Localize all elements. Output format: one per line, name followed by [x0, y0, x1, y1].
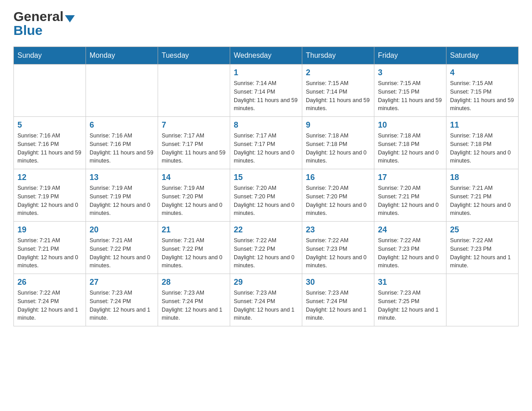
- day-number: 23: [306, 225, 370, 235]
- day-number: 17: [378, 173, 442, 182]
- day-number: 27: [90, 278, 154, 287]
- day-info: Sunrise: 7:22 AMSunset: 7:23 PMDaylight:…: [378, 236, 442, 270]
- calendar-cell: 14Sunrise: 7:19 AMSunset: 7:20 PMDayligh…: [158, 169, 230, 222]
- day-number: 25: [450, 225, 515, 235]
- day-info: Sunrise: 7:22 AMSunset: 7:23 PMDaylight:…: [450, 236, 515, 270]
- day-number: 3: [378, 68, 442, 77]
- logo-blue: Blue: [13, 23, 43, 38]
- calendar-cell: [158, 64, 230, 117]
- day-info: Sunrise: 7:23 AMSunset: 7:24 PMDaylight:…: [90, 289, 154, 322]
- day-info: Sunrise: 7:17 AMSunset: 7:17 PMDaylight:…: [162, 132, 226, 165]
- day-info: Sunrise: 7:21 AMSunset: 7:22 PMDaylight:…: [162, 236, 226, 270]
- page-header: General Blue: [13, 9, 519, 38]
- calendar-cell: 9Sunrise: 7:18 AMSunset: 7:18 PMDaylight…: [302, 117, 374, 169]
- calendar-cell: 25Sunrise: 7:22 AMSunset: 7:23 PMDayligh…: [446, 222, 519, 274]
- day-number: 1: [234, 68, 298, 77]
- calendar-cell: 13Sunrise: 7:19 AMSunset: 7:19 PMDayligh…: [86, 169, 158, 222]
- day-info: Sunrise: 7:21 AMSunset: 7:21 PMDaylight:…: [17, 236, 82, 270]
- day-number: 22: [234, 225, 298, 235]
- logo-triangle-icon: [65, 15, 75, 22]
- day-info: Sunrise: 7:17 AMSunset: 7:17 PMDaylight:…: [234, 132, 298, 165]
- weekday-header-tuesday: Tuesday: [158, 47, 230, 64]
- calendar-cell: 28Sunrise: 7:23 AMSunset: 7:24 PMDayligh…: [158, 274, 230, 326]
- day-number: 31: [378, 278, 442, 287]
- day-number: 30: [306, 278, 370, 287]
- day-info: Sunrise: 7:23 AMSunset: 7:25 PMDaylight:…: [378, 289, 442, 322]
- day-info: Sunrise: 7:15 AMSunset: 7:14 PMDaylight:…: [306, 79, 370, 113]
- weekday-header-sunday: Sunday: [14, 47, 86, 64]
- day-number: 5: [17, 120, 82, 130]
- day-number: 2: [306, 68, 370, 77]
- weekday-header-friday: Friday: [374, 47, 446, 64]
- day-number: 20: [90, 225, 154, 235]
- logo: General Blue: [13, 9, 75, 38]
- day-number: 6: [90, 120, 154, 130]
- weekday-header-row: SundayMondayTuesdayWednesdayThursdayFrid…: [14, 47, 519, 64]
- calendar-cell: 17Sunrise: 7:20 AMSunset: 7:21 PMDayligh…: [374, 169, 446, 222]
- calendar-cell: 11Sunrise: 7:18 AMSunset: 7:18 PMDayligh…: [446, 117, 519, 169]
- day-info: Sunrise: 7:21 AMSunset: 7:22 PMDaylight:…: [90, 236, 154, 270]
- calendar-cell: 6Sunrise: 7:16 AMSunset: 7:16 PMDaylight…: [86, 117, 158, 169]
- day-info: Sunrise: 7:15 AMSunset: 7:15 PMDaylight:…: [450, 79, 515, 113]
- day-number: 29: [234, 278, 298, 287]
- day-number: 11: [450, 120, 515, 130]
- day-number: 15: [234, 173, 298, 182]
- day-number: 14: [162, 173, 226, 182]
- day-number: 4: [450, 68, 515, 77]
- calendar-cell: 1Sunrise: 7:14 AMSunset: 7:14 PMDaylight…: [230, 64, 302, 117]
- day-info: Sunrise: 7:18 AMSunset: 7:18 PMDaylight:…: [378, 132, 442, 165]
- calendar-cell: 23Sunrise: 7:22 AMSunset: 7:23 PMDayligh…: [302, 222, 374, 274]
- day-number: 9: [306, 120, 370, 130]
- day-number: 8: [234, 120, 298, 130]
- day-info: Sunrise: 7:15 AMSunset: 7:15 PMDaylight:…: [378, 79, 442, 113]
- day-number: 16: [306, 173, 370, 182]
- day-number: 21: [162, 225, 226, 235]
- calendar-cell: 10Sunrise: 7:18 AMSunset: 7:18 PMDayligh…: [374, 117, 446, 169]
- calendar-cell: 21Sunrise: 7:21 AMSunset: 7:22 PMDayligh…: [158, 222, 230, 274]
- day-info: Sunrise: 7:18 AMSunset: 7:18 PMDaylight:…: [450, 132, 515, 165]
- calendar-cell: 26Sunrise: 7:22 AMSunset: 7:24 PMDayligh…: [14, 274, 86, 326]
- week-row-3: 12Sunrise: 7:19 AMSunset: 7:19 PMDayligh…: [14, 169, 519, 222]
- calendar-cell: 5Sunrise: 7:16 AMSunset: 7:16 PMDaylight…: [14, 117, 86, 169]
- day-info: Sunrise: 7:19 AMSunset: 7:19 PMDaylight:…: [90, 184, 154, 218]
- day-number: 18: [450, 173, 515, 182]
- day-info: Sunrise: 7:19 AMSunset: 7:20 PMDaylight:…: [162, 184, 226, 218]
- calendar-cell: 30Sunrise: 7:23 AMSunset: 7:24 PMDayligh…: [302, 274, 374, 326]
- day-info: Sunrise: 7:16 AMSunset: 7:16 PMDaylight:…: [90, 132, 154, 165]
- weekday-header-monday: Monday: [86, 47, 158, 64]
- day-info: Sunrise: 7:19 AMSunset: 7:19 PMDaylight:…: [17, 184, 82, 218]
- calendar-cell: 31Sunrise: 7:23 AMSunset: 7:25 PMDayligh…: [374, 274, 446, 326]
- calendar-cell: 15Sunrise: 7:20 AMSunset: 7:20 PMDayligh…: [230, 169, 302, 222]
- day-info: Sunrise: 7:16 AMSunset: 7:16 PMDaylight:…: [17, 132, 82, 165]
- calendar-cell: 20Sunrise: 7:21 AMSunset: 7:22 PMDayligh…: [86, 222, 158, 274]
- week-row-5: 26Sunrise: 7:22 AMSunset: 7:24 PMDayligh…: [14, 274, 519, 326]
- calendar-cell: 3Sunrise: 7:15 AMSunset: 7:15 PMDaylight…: [374, 64, 446, 117]
- day-number: 28: [162, 278, 226, 287]
- day-info: Sunrise: 7:20 AMSunset: 7:20 PMDaylight:…: [306, 184, 370, 218]
- day-info: Sunrise: 7:20 AMSunset: 7:21 PMDaylight:…: [378, 184, 442, 218]
- logo-general: General: [13, 9, 64, 24]
- calendar-cell: 4Sunrise: 7:15 AMSunset: 7:15 PMDaylight…: [446, 64, 519, 117]
- day-number: 7: [162, 120, 226, 130]
- day-number: 10: [378, 120, 442, 130]
- day-info: Sunrise: 7:22 AMSunset: 7:22 PMDaylight:…: [234, 236, 298, 270]
- week-row-1: 1Sunrise: 7:14 AMSunset: 7:14 PMDaylight…: [14, 64, 519, 117]
- calendar-cell: 22Sunrise: 7:22 AMSunset: 7:22 PMDayligh…: [230, 222, 302, 274]
- calendar-cell: 12Sunrise: 7:19 AMSunset: 7:19 PMDayligh…: [14, 169, 86, 222]
- calendar-cell: [86, 64, 158, 117]
- day-number: 13: [90, 173, 154, 182]
- calendar-cell: 7Sunrise: 7:17 AMSunset: 7:17 PMDaylight…: [158, 117, 230, 169]
- day-info: Sunrise: 7:23 AMSunset: 7:24 PMDaylight:…: [306, 289, 370, 322]
- day-info: Sunrise: 7:14 AMSunset: 7:14 PMDaylight:…: [234, 79, 298, 113]
- calendar-cell: 19Sunrise: 7:21 AMSunset: 7:21 PMDayligh…: [14, 222, 86, 274]
- calendar-table: SundayMondayTuesdayWednesdayThursdayFrid…: [13, 47, 519, 326]
- day-info: Sunrise: 7:23 AMSunset: 7:24 PMDaylight:…: [234, 289, 298, 322]
- calendar-cell: 8Sunrise: 7:17 AMSunset: 7:17 PMDaylight…: [230, 117, 302, 169]
- day-number: 24: [378, 225, 442, 235]
- weekday-header-wednesday: Wednesday: [230, 47, 302, 64]
- day-info: Sunrise: 7:23 AMSunset: 7:24 PMDaylight:…: [162, 289, 226, 322]
- day-number: 26: [17, 278, 82, 287]
- calendar-cell: [446, 274, 519, 326]
- calendar-cell: 16Sunrise: 7:20 AMSunset: 7:20 PMDayligh…: [302, 169, 374, 222]
- day-info: Sunrise: 7:22 AMSunset: 7:23 PMDaylight:…: [306, 236, 370, 270]
